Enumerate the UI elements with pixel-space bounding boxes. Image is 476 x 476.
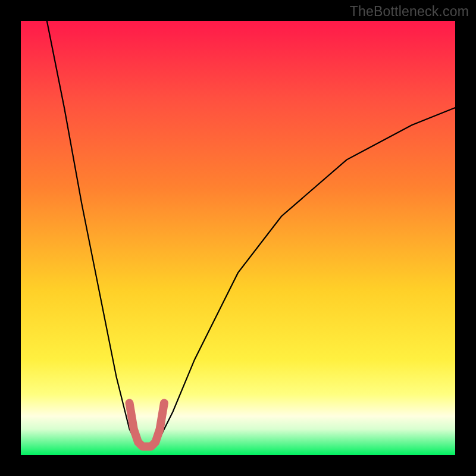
curve-right (151, 108, 455, 446)
chart-area (21, 21, 455, 455)
curve-highlight (130, 403, 164, 446)
watermark-text: TheBottleneck.com (350, 4, 469, 20)
curve-left (47, 21, 143, 446)
chart-svg (21, 21, 455, 455)
